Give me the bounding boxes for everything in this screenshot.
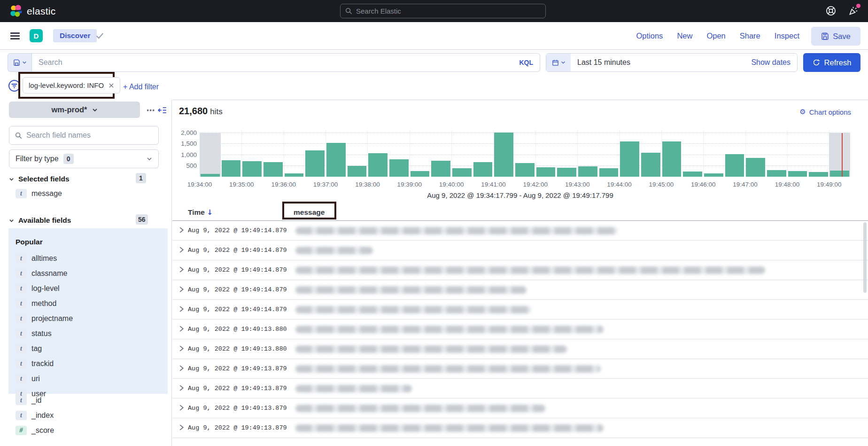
current-time-marker [842,133,843,177]
chart-options-button[interactable]: ⚙ Chart options [799,108,851,116]
toolbar-link-share[interactable]: Share [740,31,760,40]
histogram-bar[interactable] [703,131,724,177]
histogram-bar[interactable] [241,131,263,177]
field-item-_score[interactable]: #_score [16,423,54,438]
add-filter-link[interactable]: + Add filter [123,83,159,91]
breadcrumb[interactable]: Discover [53,29,97,42]
field-search-input[interactable] [26,131,153,140]
selected-fields-accordion[interactable]: Selected fields [9,175,70,183]
menu-icon[interactable] [10,32,20,41]
histogram-bar[interactable] [640,131,661,177]
field-item-uri[interactable]: turi [16,371,168,386]
time-range-value[interactable]: Last 15 minutes [571,58,751,67]
toolbar-link-new[interactable]: New [677,31,692,40]
field-item-_id[interactable]: t_id [16,393,54,408]
histogram-bar[interactable] [388,131,410,177]
histogram-bar[interactable] [451,131,473,177]
histogram-bar[interactable] [661,131,682,177]
histogram-bar[interactable] [304,131,326,177]
histogram-bar[interactable] [766,131,787,177]
help-icon[interactable] [826,6,836,16]
number-field-type-icon: # [16,426,27,435]
chevron-down-icon [22,60,27,65]
show-dates-link[interactable]: Show dates [751,58,797,67]
toolbar-link-open[interactable]: Open [706,31,725,40]
kql-search-box[interactable]: KQL [32,53,540,72]
filter-chip[interactable]: log-level.keyword: INFO [23,77,120,94]
field-item-method[interactable]: tmethod [16,296,168,311]
field-item-tag[interactable]: ttag [16,341,168,356]
calendar-menu-button[interactable] [546,54,571,71]
query-language-badge[interactable]: KQL [519,59,533,66]
global-search-bar[interactable] [340,4,546,18]
histogram-bar[interactable] [745,131,766,177]
meta-fields-list: t_idt_index#_score [16,393,54,438]
documents-table: Aug 9, 2022 @ 19:49:14.879Aug 9, 2022 @ … [172,221,868,438]
histogram-bar[interactable] [724,131,745,177]
chevron-down-icon [147,156,152,162]
collapse-sidebar-icon[interactable] [158,106,167,115]
histogram[interactable] [200,131,850,177]
newsfeed-icon[interactable] [848,6,859,16]
expand-row-icon[interactable] [179,305,184,313]
sort-desc-icon[interactable]: ↓ [207,208,213,217]
kql-search-input[interactable] [39,58,519,67]
table-scrollbar[interactable] [863,222,867,293]
close-icon[interactable] [108,83,114,88]
field-item-projectname[interactable]: tprojectname [16,311,168,326]
expand-row-icon[interactable] [179,286,184,293]
global-search-input[interactable] [356,7,541,15]
saved-query-menu-button[interactable] [8,53,32,72]
histogram-bar[interactable] [473,131,494,177]
histogram-bar[interactable] [682,131,703,177]
histogram-bar[interactable] [829,131,850,177]
histogram-bar[interactable] [347,131,368,177]
field-settings-icon[interactable] [147,107,155,114]
histogram-bar[interactable] [535,131,557,177]
histogram-bar[interactable] [430,131,451,177]
histogram-bar[interactable] [598,131,620,177]
histogram-bar[interactable] [367,131,388,177]
histogram-bar[interactable] [200,131,221,177]
expand-row-icon[interactable] [179,266,184,273]
expand-row-icon[interactable] [179,325,184,332]
toolbar-link-inspect[interactable]: Inspect [775,31,799,40]
histogram-bar[interactable] [514,131,535,177]
expand-row-icon[interactable] [179,246,184,253]
histogram-bar[interactable] [284,131,305,177]
field-item-message[interactable]: tmessage [16,186,62,201]
expand-row-icon[interactable] [179,365,184,372]
histogram-bar[interactable] [556,131,577,177]
histogram-bar[interactable] [263,131,284,177]
histogram-bar[interactable] [221,131,242,177]
histogram-bar[interactable] [787,131,808,177]
field-item-classname[interactable]: tclassname [16,266,168,281]
row-time: Aug 9, 2022 @ 19:49:13.880 [188,345,287,352]
histogram-bar[interactable] [493,131,514,177]
histogram-bar[interactable] [619,131,640,177]
expand-row-icon[interactable] [179,424,184,431]
field-item-status[interactable]: tstatus [16,326,168,341]
filter-by-type-dropdown[interactable]: Filter by type 0 [9,149,159,168]
refresh-button[interactable]: Refresh [803,53,860,72]
expand-row-icon[interactable] [179,345,184,352]
field-search-box[interactable] [9,126,159,145]
toolbar-link-options[interactable]: Options [636,31,663,40]
expand-row-icon[interactable] [179,384,184,391]
field-item-alltimes[interactable]: talltimes [16,251,168,266]
available-fields-accordion[interactable]: Available fields [9,216,71,225]
notification-dot [856,4,860,8]
histogram-bar[interactable] [410,131,431,177]
index-pattern-switcher[interactable]: wm-prod* [9,102,140,118]
histogram-bar[interactable] [577,131,598,177]
expand-row-icon[interactable] [179,404,184,411]
time-column-header[interactable]: Time↓ [188,208,213,217]
histogram-bar[interactable] [808,131,829,177]
expand-row-icon[interactable] [179,227,184,234]
selected-fields-label: Selected fields [18,175,70,183]
save-button[interactable]: Save [811,27,860,46]
field-item-log-level[interactable]: tlog-level [16,281,168,296]
field-item-_index[interactable]: t_index [16,408,54,423]
histogram-bar[interactable] [326,131,347,177]
field-item-trackid[interactable]: ttrackid [16,356,168,371]
